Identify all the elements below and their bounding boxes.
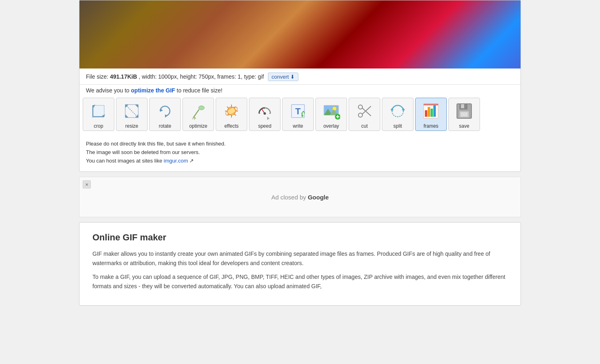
- tool-save[interactable]: save: [448, 98, 480, 131]
- svg-point-44: [332, 107, 336, 111]
- tool-crop[interactable]: crop: [83, 98, 114, 131]
- ad-close-button[interactable]: ✕: [83, 180, 91, 188]
- section-paragraph2: To make a GIF, you can upload a sequence…: [92, 272, 508, 291]
- tool-optimize[interactable]: optimize: [182, 98, 214, 131]
- svg-line-17: [193, 109, 199, 118]
- section-title: Online GIF maker: [92, 232, 508, 243]
- svg-rect-60: [431, 109, 433, 117]
- svg-rect-58: [425, 110, 427, 117]
- crop-icon: [88, 101, 109, 122]
- cut-icon: [354, 101, 375, 122]
- notice-line2: The image will soon be deleted from our …: [86, 148, 514, 157]
- svg-line-20: [194, 118, 195, 120]
- ad-section: ✕ Ad closed by Google: [79, 177, 521, 217]
- speed-icon: [254, 101, 275, 122]
- tool-speed[interactable]: speed: [249, 98, 281, 131]
- notice-section: Please do not directly link this file, b…: [79, 136, 521, 171]
- optimize-label: optimize: [189, 123, 208, 129]
- resize-label: resize: [125, 123, 138, 129]
- optimize-icon: [188, 101, 209, 122]
- file-info-bar: File size: 491.17KiB , width: 1000px, he…: [79, 69, 521, 85]
- svg-point-16: [199, 106, 204, 110]
- svg-rect-65: [461, 104, 464, 108]
- tool-rotate[interactable]: rotate: [149, 98, 181, 131]
- section-paragraph1: GIF maker allows you to instantly create…: [92, 249, 508, 268]
- svg-line-27: [234, 114, 236, 116]
- svg-rect-62: [424, 104, 438, 105]
- tool-resize[interactable]: resize: [116, 98, 148, 131]
- crop-label: crop: [94, 123, 103, 129]
- image-placeholder: [79, 0, 521, 69]
- svg-point-32: [264, 112, 266, 115]
- overlay-label: overlay: [324, 123, 339, 129]
- file-size-value: 491.17KiB: [110, 73, 137, 80]
- main-panel: File size: 491.17KiB , width: 1000px, he…: [79, 0, 521, 172]
- toolbar: crop resize: [79, 98, 521, 136]
- cut-label: cut: [361, 123, 368, 129]
- svg-marker-14: [160, 109, 163, 112]
- file-meta: , width: 1000px, height: 750px, frames: …: [139, 73, 264, 80]
- optimize-link[interactable]: optimize the GIF: [131, 87, 175, 94]
- svg-point-51: [358, 105, 362, 109]
- resize-icon: [121, 101, 142, 122]
- tool-frames[interactable]: frames: [415, 98, 447, 131]
- split-label: split: [393, 123, 402, 129]
- external-link-icon: ↗: [189, 158, 194, 164]
- file-size-label: File size:: [86, 73, 108, 80]
- notice-line3: You can host images at sites like imgur.…: [86, 157, 514, 165]
- tool-cut[interactable]: cut: [349, 98, 380, 131]
- svg-marker-13: [125, 114, 129, 118]
- gif-preview-image: [79, 0, 521, 69]
- bottom-section: Online GIF maker GIF maker allows you to…: [79, 222, 521, 306]
- speed-label: speed: [258, 123, 272, 129]
- svg-rect-0: [93, 105, 104, 117]
- rotate-label: rotate: [159, 123, 171, 129]
- svg-marker-10: [125, 105, 129, 108]
- effects-label: effects: [224, 123, 238, 129]
- rotate-icon: [154, 101, 176, 122]
- tool-write[interactable]: T write: [282, 98, 314, 131]
- svg-rect-67: [461, 112, 467, 116]
- svg-rect-61: [433, 105, 436, 117]
- svg-rect-59: [428, 107, 430, 117]
- frames-icon: [420, 101, 441, 122]
- save-label: save: [459, 123, 469, 129]
- tool-overlay[interactable]: overlay: [315, 98, 347, 131]
- imgur-link[interactable]: imgur.com: [164, 158, 188, 164]
- ad-text: Ad closed by Google: [271, 194, 329, 201]
- svg-point-50: [358, 113, 362, 117]
- notice-line1: Please do not directly link this file, b…: [86, 140, 514, 148]
- frames-label: frames: [424, 123, 439, 129]
- write-icon: T: [287, 101, 309, 122]
- svg-line-52: [362, 106, 371, 114]
- svg-line-53: [362, 108, 371, 116]
- svg-marker-12: [135, 105, 138, 108]
- svg-line-9: [125, 105, 138, 118]
- save-icon: [454, 101, 475, 122]
- write-label: write: [293, 123, 303, 129]
- download-icon: ⬇: [290, 74, 295, 80]
- svg-line-26: [227, 107, 229, 109]
- overlay-icon: [321, 101, 342, 122]
- svg-line-19: [193, 118, 193, 119]
- svg-marker-15: [165, 114, 167, 118]
- convert-button[interactable]: convert ⬇: [268, 73, 299, 81]
- svg-text:T: T: [295, 106, 301, 116]
- effects-icon: [221, 101, 242, 122]
- svg-marker-36: [267, 117, 270, 120]
- page-wrapper: File size: 491.17KiB , width: 1000px, he…: [0, 0, 600, 364]
- tool-effects[interactable]: effects: [216, 98, 247, 131]
- split-icon: [387, 101, 408, 122]
- tool-split[interactable]: split: [382, 98, 414, 131]
- optimize-notice: We advise you to optimize the GIF to red…: [79, 85, 521, 98]
